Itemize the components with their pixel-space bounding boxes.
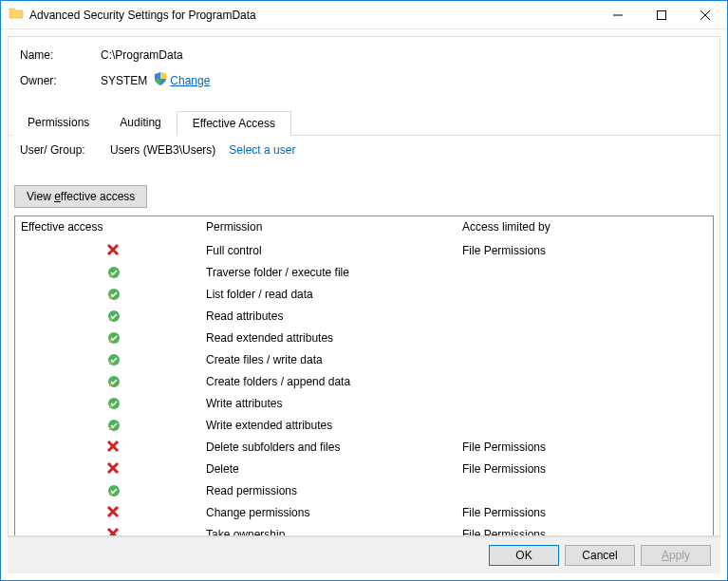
rows-container: Full controlFile PermissionsTraverse fol…	[15, 239, 713, 535]
svg-rect-7	[109, 274, 112, 277]
tab-permissions[interactable]: Permissions	[12, 111, 104, 136]
status-cell	[21, 440, 206, 455]
permission-cell: Read extended attributes	[206, 331, 462, 345]
permission-cell: Read permissions	[206, 484, 462, 497]
table-row[interactable]: Change permissionsFile Permissions	[15, 501, 713, 523]
col-header-permission: Permission	[206, 220, 462, 234]
table-row[interactable]: Read attributes	[15, 305, 713, 327]
dialog-footer: OK Cancel Apply	[8, 536, 720, 573]
svg-rect-15	[109, 362, 112, 365]
dialog-window: Advanced Security Settings for ProgramDa…	[0, 0, 728, 581]
svg-rect-1	[658, 10, 666, 19]
deny-icon	[106, 461, 121, 477]
content-outer: Name: C:\ProgramData Owner: SYSTEM Chang…	[1, 29, 727, 580]
maximize-button[interactable]	[640, 1, 683, 28]
deny-icon	[106, 440, 121, 455]
svg-rect-17	[109, 384, 112, 386]
table-row[interactable]: List folder / read data	[15, 283, 713, 305]
allow-icon	[106, 330, 121, 346]
allow-icon	[106, 352, 121, 367]
svg-rect-27	[109, 493, 112, 496]
owner-row: Owner: SYSTEM Change	[20, 71, 708, 89]
tab-body: User/ Group: Users (WEB3\Users) Select a…	[9, 136, 719, 535]
svg-rect-11	[109, 318, 112, 321]
titlebar[interactable]: Advanced Security Settings for ProgramDa…	[1, 1, 727, 29]
status-cell	[21, 287, 206, 302]
table-row[interactable]: Delete subfolders and filesFile Permissi…	[15, 436, 713, 458]
table-row[interactable]: Create files / write data	[15, 348, 713, 370]
table-row[interactable]: Take ownershipFile Permissions	[15, 523, 713, 535]
permission-cell: Traverse folder / execute file	[206, 266, 462, 279]
usergroup-value: Users (WEB3\Users)	[110, 143, 215, 157]
status-cell	[21, 330, 206, 346]
close-button[interactable]	[683, 1, 727, 28]
permission-cell: Full control	[206, 244, 462, 257]
limit-cell: File Permissions	[462, 462, 707, 476]
cancel-button[interactable]: Cancel	[565, 545, 635, 566]
owner-label: Owner:	[20, 74, 101, 87]
permission-cell: Create files / write data	[206, 353, 462, 366]
deny-icon	[106, 505, 121, 520]
col-header-effective: Effective access	[21, 220, 206, 234]
col-header-limit: Access limited by	[462, 220, 707, 234]
limit-cell: File Permissions	[462, 506, 707, 519]
permission-cell: Read attributes	[206, 309, 462, 323]
status-cell	[21, 527, 206, 536]
header-fields: Name: C:\ProgramData Owner: SYSTEM Chang…	[9, 37, 719, 106]
status-cell	[21, 352, 206, 367]
owner-value: SYSTEM	[101, 74, 147, 87]
table-row[interactable]: Create folders / append data	[15, 370, 713, 392]
allow-icon	[106, 418, 121, 433]
table-row[interactable]: Read permissions	[15, 479, 713, 501]
select-user-link[interactable]: Select a user	[229, 143, 295, 157]
apply-ul: A	[662, 549, 669, 562]
tab-auditing[interactable]: Auditing	[104, 111, 176, 136]
status-cell	[21, 461, 206, 477]
apply-rest: pply	[669, 549, 690, 562]
permission-cell: Write extended attributes	[206, 419, 462, 432]
allow-icon	[106, 287, 121, 302]
allow-icon	[106, 396, 121, 411]
table-row[interactable]: Write attributes	[15, 392, 713, 414]
name-row: Name: C:\ProgramData	[20, 48, 708, 62]
table-row[interactable]: Read extended attributes	[15, 327, 713, 348]
limit-cell: File Permissions	[462, 528, 707, 536]
name-value: C:\ProgramData	[101, 48, 183, 62]
permission-cell: Delete	[206, 462, 462, 476]
shield-icon	[153, 71, 168, 89]
permission-cell: List folder / read data	[206, 288, 462, 301]
btn-text-ul: e	[54, 190, 61, 203]
status-cell	[21, 505, 206, 520]
ok-button[interactable]: OK	[489, 545, 559, 566]
table-row[interactable]: Write extended attributes	[15, 414, 713, 436]
scroll-area[interactable]: User/ Group: Users (WEB3\Users) Select a…	[9, 136, 719, 535]
tab-effective-access[interactable]: Effective Access	[177, 111, 291, 136]
apply-button: Apply	[641, 545, 711, 566]
limit-cell: File Permissions	[462, 440, 707, 454]
minimize-button[interactable]	[596, 1, 640, 28]
window-controls	[596, 1, 727, 28]
status-cell	[21, 265, 206, 280]
table-row[interactable]: DeleteFile Permissions	[15, 458, 713, 479]
permission-cell: Delete subfolders and files	[206, 440, 462, 454]
allow-icon	[106, 309, 121, 324]
view-effective-access-button[interactable]: View effective access	[14, 185, 147, 208]
limit-cell: File Permissions	[462, 244, 707, 257]
permissions-list: Effective access Permission Access limit…	[14, 216, 714, 535]
svg-rect-13	[109, 340, 112, 343]
status-cell	[21, 374, 206, 389]
permission-cell: Create folders / append data	[206, 375, 462, 388]
window-title: Advanced Security Settings for ProgramDa…	[29, 9, 596, 22]
allow-icon	[106, 483, 121, 498]
table-row[interactable]: Traverse folder / execute file	[15, 261, 713, 283]
allow-icon	[106, 265, 121, 280]
folder-icon	[9, 6, 24, 24]
svg-rect-21	[109, 427, 112, 430]
allow-icon	[106, 374, 121, 389]
table-row[interactable]: Full controlFile Permissions	[15, 239, 713, 261]
tabstrip: Permissions Auditing Effective Access	[9, 110, 719, 136]
status-cell	[21, 243, 206, 258]
status-cell	[21, 309, 206, 324]
change-owner-link[interactable]: Change	[170, 74, 210, 87]
btn-text-pre: View	[27, 190, 54, 203]
